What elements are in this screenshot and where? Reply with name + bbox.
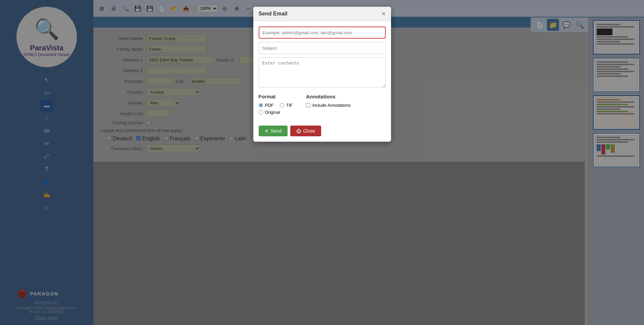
- modal-body: Format PDF TIF Original Annotations: [253, 21, 391, 126]
- include-annotations-label[interactable]: Include Annotations: [312, 103, 350, 108]
- pdf-radio-row: PDF TIF: [259, 103, 293, 108]
- modal-overlay: Send Email × Format PDF TIF: [0, 0, 644, 325]
- modal-header: Send Email ×: [253, 7, 391, 21]
- send-button[interactable]: ✈ Send: [259, 126, 288, 136]
- close-label: Close: [303, 128, 315, 134]
- original-radio[interactable]: [259, 110, 263, 114]
- format-annotations-row: Format PDF TIF Original Annotations: [259, 94, 386, 115]
- content-textarea[interactable]: [259, 57, 386, 88]
- annotations-label: Annotations: [306, 94, 350, 99]
- annotations-section: Annotations Include Annotations: [306, 94, 350, 115]
- pdf-radio[interactable]: [259, 103, 263, 107]
- format-section: Format PDF TIF Original: [259, 94, 293, 115]
- tif-label[interactable]: TIF: [286, 103, 293, 108]
- original-label[interactable]: Original: [265, 110, 280, 115]
- send-email-modal: Send Email × Format PDF TIF: [253, 7, 391, 142]
- original-radio-row: Original: [259, 110, 293, 115]
- close-button[interactable]: ⏻ Close: [290, 126, 321, 136]
- format-label: Format: [259, 94, 293, 99]
- send-icon: ✈: [265, 128, 269, 134]
- email-input[interactable]: [259, 27, 386, 39]
- include-annotations-checkbox[interactable]: [306, 103, 310, 107]
- modal-title: Send Email: [259, 11, 288, 17]
- send-label: Send: [271, 128, 282, 134]
- close-icon: ⏻: [296, 128, 301, 134]
- modal-close-x-button[interactable]: ×: [382, 11, 386, 17]
- pdf-label[interactable]: PDF: [265, 103, 274, 108]
- subject-input[interactable]: [259, 42, 386, 54]
- include-annotations-row: Include Annotations: [306, 103, 350, 108]
- modal-footer: ✈ Send ⏻ Close: [253, 126, 391, 142]
- tif-radio[interactable]: [280, 103, 284, 107]
